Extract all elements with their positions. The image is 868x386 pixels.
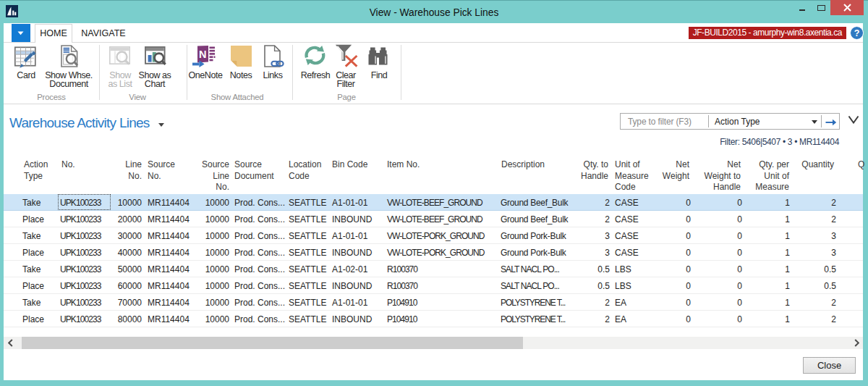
svg-text:N: N (199, 49, 206, 60)
svg-text:?: ? (854, 28, 860, 38)
